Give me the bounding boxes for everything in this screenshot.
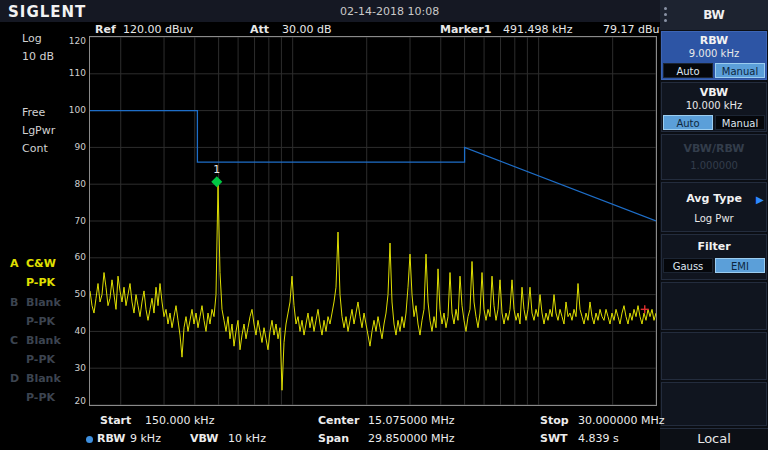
trace-a-line xyxy=(90,184,656,390)
trace-a-detector: P-PK xyxy=(26,276,55,289)
analyzer-screen: SIGLENT 02-14-2018 10:08 Ref 120.00 dBuv… xyxy=(0,0,768,450)
menu-title: BW xyxy=(660,8,768,22)
marker-id-label: 1 xyxy=(213,163,220,176)
top-bar xyxy=(0,0,660,22)
avg-type-label: Avg Type xyxy=(661,192,767,205)
trace-b-mode: Blank xyxy=(26,296,61,309)
stop-label: Stop xyxy=(540,414,569,427)
brand-logo: SIGLENT xyxy=(8,3,86,21)
vbw-value: 10.000 kHz xyxy=(661,100,767,111)
vbw-rbw-label: VBW/RBW xyxy=(661,142,767,155)
filter-emi-toggle[interactable]: EMI xyxy=(715,258,765,273)
rbw-label: RBW xyxy=(661,34,767,47)
trace-b-letter: B xyxy=(10,296,18,309)
spectrum-chart: 1 xyxy=(90,37,656,405)
vbw-footer-label: VBW xyxy=(190,432,218,445)
trace-c-detector: P-PK xyxy=(26,353,55,366)
vbw-auto-toggle[interactable]: Auto xyxy=(663,115,713,130)
y-tick-label: 100 xyxy=(60,105,86,115)
scale-type-label: Log xyxy=(22,32,42,45)
marker-readout-freq: 491.498 kHz xyxy=(503,23,572,36)
rbw-indicator-dot-icon xyxy=(86,436,93,443)
filter-gauss-toggle[interactable]: Gauss xyxy=(663,258,713,273)
swt-label: SWT xyxy=(540,432,568,445)
limit-line xyxy=(90,111,656,221)
rbw-value: 9.000 kHz xyxy=(661,48,767,59)
y-tick-label: 110 xyxy=(60,68,86,78)
y-tick-label: 20 xyxy=(60,396,86,406)
submenu-arrow-icon: ▶ xyxy=(756,194,764,205)
y-tick-label: 120 xyxy=(60,36,86,46)
vbw-footer-value: 10 kHz xyxy=(228,432,266,445)
trace-c-letter: C xyxy=(10,334,18,347)
ref-label: Ref xyxy=(95,23,116,36)
softkey-empty-3 xyxy=(661,382,767,426)
trace-b-detector: P-PK xyxy=(26,315,55,328)
swt-value: 4.839 s xyxy=(578,432,619,445)
rbw-manual-toggle[interactable]: Manual xyxy=(715,63,765,78)
ref-value: 120.00 dBuv xyxy=(123,23,193,36)
att-label: Att xyxy=(250,23,269,36)
filter-label: Filter xyxy=(661,240,767,253)
y-tick-label: 80 xyxy=(60,179,86,189)
y-tick-label: 40 xyxy=(60,326,86,336)
trace-d-mode: Blank xyxy=(26,372,61,385)
vbw-label: VBW xyxy=(661,86,767,99)
start-label: Start xyxy=(100,414,131,427)
sweep-cont-label: Cont xyxy=(22,142,48,155)
softkey-vbw-rbw xyxy=(661,134,767,180)
stop-value: 30.000000 MHz xyxy=(578,414,665,427)
rbw-footer-value: 9 kHz xyxy=(130,432,161,445)
scale-div-label: 10 dB xyxy=(22,50,54,63)
trace-a-letter: A xyxy=(10,257,19,270)
center-label: Center xyxy=(318,414,360,427)
datetime-display: 02-14-2018 10:08 xyxy=(340,5,439,18)
avg-type-value: Log Pwr xyxy=(661,213,767,224)
vbw-manual-toggle[interactable]: Manual xyxy=(715,115,765,130)
rbw-footer-label: RBW xyxy=(97,432,125,445)
span-label: Span xyxy=(318,432,349,445)
trace-a-mode: C&W xyxy=(26,257,56,270)
att-value: 30.00 dB xyxy=(282,23,332,36)
trace-d-letter: D xyxy=(10,372,19,385)
y-tick-label: 90 xyxy=(60,142,86,152)
vbw-rbw-value: 1.000000 xyxy=(661,160,767,171)
marker-readout-level: 79.17 dBuv xyxy=(603,23,666,36)
y-tick-label: 30 xyxy=(60,363,86,373)
start-value: 150.000 kHz xyxy=(145,414,214,427)
marker-diamond-icon[interactable] xyxy=(211,176,222,187)
rbw-auto-toggle[interactable]: Auto xyxy=(663,63,713,78)
trigger-mode-label: Free xyxy=(22,106,45,119)
avg-mode-label: LgPwr xyxy=(22,124,55,137)
spectrum-plot-area: 1 xyxy=(89,36,657,406)
local-label: Local xyxy=(660,431,768,446)
span-value: 29.850000 MHz xyxy=(368,432,455,445)
y-tick-label: 70 xyxy=(60,216,86,226)
y-tick-label: 60 xyxy=(60,252,86,262)
y-tick-label: 50 xyxy=(60,289,86,299)
softkey-avg-type[interactable] xyxy=(661,182,767,232)
marker-readout-label: Marker1 xyxy=(440,23,491,36)
trace-c-mode: Blank xyxy=(26,334,61,347)
softkey-empty-2 xyxy=(661,332,767,380)
trace-d-detector: P-PK xyxy=(26,391,55,404)
softkey-empty-1 xyxy=(661,282,767,330)
center-value: 15.075000 MHz xyxy=(368,414,455,427)
